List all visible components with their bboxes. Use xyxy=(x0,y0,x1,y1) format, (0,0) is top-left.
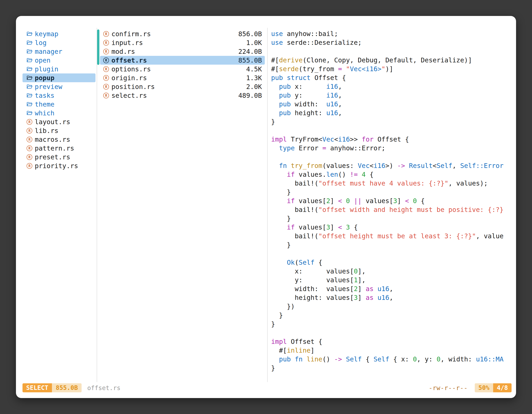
folder-item-keymap[interactable]: keymap xyxy=(22,29,95,38)
pane-divider xyxy=(97,28,97,382)
folder-item-preview[interactable]: preview xyxy=(22,82,95,91)
code-line: type Error = anyhow::Error; xyxy=(271,144,511,153)
folder-item-theme[interactable]: theme xyxy=(22,100,95,109)
item-name: preset.rs xyxy=(35,153,70,161)
item-name: theme xyxy=(35,100,54,108)
file-item-lib.rs[interactable]: Rlib.rs xyxy=(22,126,95,135)
code-line xyxy=(271,47,511,56)
code-line: use anyhow::bail; xyxy=(271,29,511,38)
folder-item-plugin[interactable]: plugin xyxy=(22,65,95,73)
folder-open-icon xyxy=(27,102,33,107)
item-size: 224.0B xyxy=(238,48,262,55)
file-item-options.rs[interactable]: Roptions.rs4.5K xyxy=(100,65,265,73)
rust-file-icon: R xyxy=(27,163,32,169)
code-line: height: values[3] as u16, xyxy=(271,293,511,302)
item-size: 1.3K xyxy=(246,74,262,82)
item-size: 2.0K xyxy=(246,83,262,91)
rust-file-icon: R xyxy=(103,31,109,37)
file-item-input.rs[interactable]: Rinput.rs1.0K xyxy=(100,38,265,47)
item-name: options.rs xyxy=(111,65,151,73)
item-size: 489.0B xyxy=(238,92,262,99)
code-line: fn try_from(values: Vec<i16>) -> Result<… xyxy=(271,161,511,170)
code-line: } xyxy=(271,188,511,197)
rust-file-icon: R xyxy=(27,128,32,134)
code-line: bail!("offset must have 4 values: {:?}",… xyxy=(271,179,511,188)
folder-open-icon xyxy=(27,84,33,89)
scrollbar-indicator xyxy=(97,29,99,65)
item-size: 1.0K xyxy=(246,39,262,47)
file-item-priority.rs[interactable]: Rpriority.rs xyxy=(22,161,95,170)
item-name: keymap xyxy=(35,30,58,38)
item-name: log xyxy=(35,39,47,47)
code-line xyxy=(271,249,511,258)
folder-item-open[interactable]: open xyxy=(22,56,95,65)
item-name: manager xyxy=(35,48,62,55)
code-line: use serde::Deserialize; xyxy=(271,38,511,47)
current-directory-pane: Rconfirm.rs856.0BRinput.rs1.0KRmod.rs224… xyxy=(100,29,265,100)
file-item-offset.rs[interactable]: Roffset.rs855.0B xyxy=(100,56,265,65)
code-line: } xyxy=(271,214,511,223)
code-line: #[inline] xyxy=(271,346,511,355)
file-item-origin.rs[interactable]: Rorigin.rs1.3K xyxy=(100,73,265,82)
file-item-mod.rs[interactable]: Rmod.rs224.0B xyxy=(100,47,265,56)
file-item-confirm.rs[interactable]: Rconfirm.rs856.0B xyxy=(100,29,265,38)
code-line: } xyxy=(271,364,511,373)
folder-item-which[interactable]: which xyxy=(22,109,95,117)
code-line xyxy=(271,328,511,337)
code-line: #[serde(try_from = "Vec<i16>")] xyxy=(271,65,511,73)
code-line: pub y: i16, xyxy=(271,91,511,100)
code-line: } xyxy=(271,117,511,126)
item-name: pattern.rs xyxy=(35,144,74,152)
mode-badge: SELECT xyxy=(22,383,52,392)
code-line: } xyxy=(271,320,511,328)
file-preview-pane: use anyhow::bail;use serde::Deserialize;… xyxy=(271,29,511,375)
code-line: if values.len() != 4 { xyxy=(271,170,511,179)
file-item-macros.rs[interactable]: Rmacros.rs xyxy=(22,135,95,144)
item-name: macros.rs xyxy=(35,136,70,143)
code-line: pub struct Offset { xyxy=(271,73,511,82)
file-item-select.rs[interactable]: Rselect.rs489.0B xyxy=(100,91,265,100)
item-name: which xyxy=(35,109,54,117)
code-line: } xyxy=(271,311,511,320)
code-line: pub x: i16, xyxy=(271,82,511,91)
status-filename: offset.rs xyxy=(87,384,121,392)
item-name: tasks xyxy=(35,92,54,99)
file-manager-window: keymaplogmanageropenpluginpopuppreviewta… xyxy=(16,16,516,398)
folder-open-icon xyxy=(27,49,33,54)
item-name: preview xyxy=(35,83,62,91)
item-name: position.rs xyxy=(111,83,155,91)
folder-item-tasks[interactable]: tasks xyxy=(22,91,95,100)
item-name: mod.rs xyxy=(111,48,135,55)
folder-item-manager[interactable]: manager xyxy=(22,47,95,56)
rust-file-icon: R xyxy=(103,75,109,81)
code-line: #[derive(Clone, Copy, Debug, Default, De… xyxy=(271,56,511,65)
item-name: lib.rs xyxy=(35,127,58,135)
file-item-preset.rs[interactable]: Rpreset.rs xyxy=(22,153,95,161)
rust-file-icon: R xyxy=(103,40,109,46)
code-line: width: values[2] as u16, xyxy=(271,285,511,293)
folder-open-icon xyxy=(27,67,33,72)
file-item-layout.rs[interactable]: Rlayout.rs xyxy=(22,117,95,126)
rust-file-icon: R xyxy=(27,137,32,142)
folder-item-log[interactable]: log xyxy=(22,38,95,47)
scroll-percent-badge: 50% xyxy=(475,383,493,392)
code-line xyxy=(271,126,511,135)
item-name: plugin xyxy=(35,65,58,73)
item-name: select.rs xyxy=(111,92,147,99)
folder-open-icon xyxy=(27,31,33,36)
code-line: if values[3] < 3 { xyxy=(271,223,511,232)
item-name: origin.rs xyxy=(111,74,147,82)
code-line: impl TryFrom<Vec<i16>> for Offset { xyxy=(271,135,511,144)
file-item-pattern.rs[interactable]: Rpattern.rs xyxy=(22,144,95,153)
rust-file-icon: R xyxy=(103,84,109,90)
code-line: x: values[0], xyxy=(271,267,511,276)
file-item-position.rs[interactable]: Rposition.rs2.0K xyxy=(100,82,265,91)
rust-file-icon: R xyxy=(27,154,32,160)
cursor-position-badge: 4/8 xyxy=(493,383,512,392)
folder-item-popup[interactable]: popup xyxy=(22,73,95,82)
rust-file-icon: R xyxy=(103,93,109,98)
code-line: y: values[1], xyxy=(271,276,511,285)
file-size-badge: 855.0B xyxy=(52,383,81,392)
rust-file-icon: R xyxy=(103,66,109,72)
item-size: 855.0B xyxy=(238,57,262,64)
